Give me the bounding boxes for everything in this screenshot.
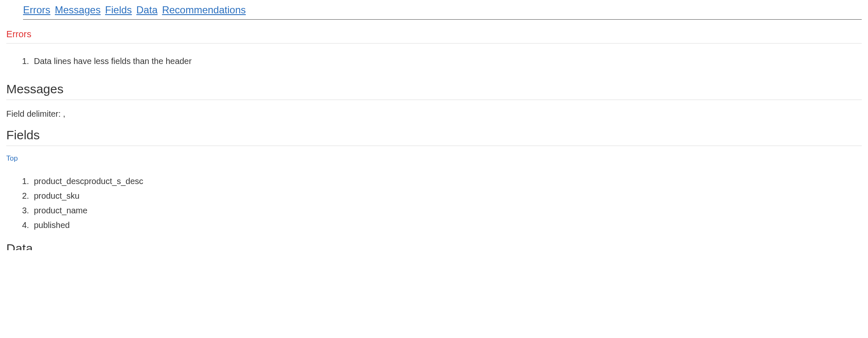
messages-heading: Messages — [6, 77, 862, 100]
top-link[interactable]: Top — [6, 154, 18, 163]
data-heading: Data — [6, 241, 862, 250]
field-item: published — [31, 218, 862, 233]
field-item: product_descproduct_s_desc — [31, 174, 862, 189]
error-item: Data lines have less fields than the hea… — [31, 54, 862, 69]
errors-list: Data lines have less fields than the hea… — [31, 54, 862, 69]
fields-heading: Fields — [6, 123, 862, 146]
nav-link-data[interactable]: Data — [136, 4, 158, 15]
nav-link-messages[interactable]: Messages — [55, 4, 100, 15]
fields-list: product_descproduct_s_desc product_sku p… — [31, 174, 862, 233]
nav-tabs: Errors Messages Fields Data Recommendati… — [23, 4, 862, 20]
field-item: product_name — [31, 203, 862, 218]
field-delimiter-line: Field delimiter: , — [6, 109, 862, 119]
nav-link-recommendations[interactable]: Recommendations — [162, 4, 246, 15]
nav-link-fields[interactable]: Fields — [105, 4, 132, 15]
errors-heading: Errors — [6, 24, 862, 44]
nav-link-errors[interactable]: Errors — [23, 4, 50, 15]
field-item: product_sku — [31, 189, 862, 203]
